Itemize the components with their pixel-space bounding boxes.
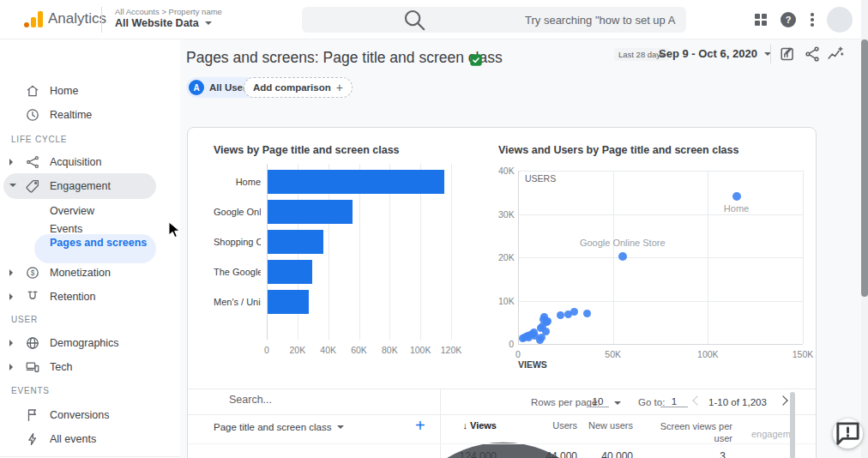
bar-chart: 020K40K60K80K100K120KHomeGoogle Online .…: [214, 164, 471, 363]
column-header-label: Views: [470, 420, 497, 431]
x-axis-caption: VIEWS: [518, 359, 547, 370]
scatter-point[interactable]: [557, 311, 564, 319]
column-header-screen-views-per-user[interactable]: Screen views per user: [655, 420, 732, 444]
user-avatar[interactable]: [827, 7, 853, 33]
sidebar-item-all-events[interactable]: All events: [0, 427, 180, 451]
divider: [101, 7, 102, 33]
share-icon[interactable]: [803, 45, 822, 63]
feedback-button[interactable]: [833, 419, 863, 449]
divider: [770, 45, 771, 63]
sidebar-item-label: Retention: [50, 291, 96, 303]
breadcrumb: All Accounts > Property name: [115, 7, 222, 16]
gridline: [803, 171, 804, 344]
column-header-new-users[interactable]: New users: [556, 420, 633, 431]
help-icon[interactable]: ?: [781, 12, 796, 27]
gridline: [613, 171, 614, 344]
column-header-engagement-partial[interactable]: engagem: [751, 429, 811, 439]
table-scrollbar[interactable]: [790, 392, 795, 458]
gridline: [518, 171, 803, 172]
sort-descending-icon: ↓: [463, 420, 468, 431]
y-tick-label: 10K: [498, 296, 514, 306]
engagement-icon: [25, 178, 40, 194]
more-vert-icon[interactable]: [808, 12, 817, 27]
x-tick-label: 120K: [438, 345, 464, 355]
expand-caret-icon[interactable]: [9, 269, 13, 276]
bar-chart-title: Views by Page title and screen class: [214, 144, 400, 156]
sidebar-item-conversions[interactable]: Conversions: [0, 403, 180, 427]
sidebar-item-label: All events: [50, 433, 96, 445]
rows-per-page-select[interactable]: 10: [587, 396, 609, 407]
go-to-input[interactable]: 1: [660, 396, 688, 407]
divider: [188, 443, 816, 444]
scatter-point[interactable]: [570, 308, 578, 316]
y-tick-label: 40K: [498, 166, 514, 176]
cell-new-users: 40,000: [556, 450, 633, 458]
edit-chart-icon[interactable]: [779, 45, 798, 63]
chevron-down-icon[interactable]: [614, 401, 621, 405]
sidebar-item-engagement[interactable]: Engagement: [0, 174, 180, 198]
y-axis-caption: USERS: [525, 173, 556, 184]
search-icon: [312, 7, 516, 33]
sidebar-section-user: USER: [11, 315, 38, 324]
bar[interactable]: [268, 260, 312, 284]
divider: [188, 389, 816, 389]
x-tick-label: 20K: [285, 345, 310, 355]
scatter-point[interactable]: [583, 310, 591, 317]
browser-scrollbar-thumb[interactable]: [861, 39, 868, 297]
sidebar-item-tech[interactable]: Tech: [0, 355, 180, 379]
scatter-point[interactable]: [542, 328, 550, 335]
date-range-label: Sep 9 - Oct 6, 2020: [659, 47, 757, 60]
x-tick-label: 100K: [407, 345, 433, 355]
expand-caret-icon[interactable]: [9, 293, 13, 300]
bar[interactable]: [268, 170, 444, 194]
sidebar-item-pages-and-screens[interactable]: Pages and screens: [50, 237, 118, 250]
x-tick-label: 150K: [789, 349, 817, 359]
sidebar-item-monetization[interactable]: $ Monetization: [0, 261, 180, 285]
data-quality-icon[interactable]: [468, 52, 484, 68]
expand-caret-icon[interactable]: [9, 159, 13, 166]
plus-icon: +: [336, 81, 343, 94]
y-tick-label: 30K: [498, 209, 514, 220]
x-tick-label: 40K: [316, 345, 341, 355]
gridline: [518, 344, 803, 345]
sidebar-item-realtime[interactable]: Realtime: [0, 103, 180, 127]
scatter-point[interactable]: [618, 252, 627, 261]
sidebar-item-events[interactable]: Events: [50, 223, 82, 235]
sidebar-navigation: Home Realtime LIFE CYCLE Acquisition Eng…: [0, 39, 180, 458]
gridline: [518, 257, 803, 258]
apps-grid-icon[interactable]: [755, 14, 767, 26]
bar[interactable]: [268, 290, 309, 314]
global-search-input[interactable]: [525, 14, 676, 27]
report-card: Views by Page title and screen class 020…: [187, 127, 817, 458]
gridline: [451, 164, 452, 340]
sidebar-item-overview[interactable]: Overview: [50, 205, 94, 217]
collapse-caret-icon[interactable]: [9, 184, 16, 187]
sidebar-item-demographics[interactable]: Demographics: [0, 331, 180, 355]
add-comparison-button[interactable]: Add comparison +: [244, 77, 353, 98]
bar[interactable]: [268, 200, 353, 224]
expand-caret-icon[interactable]: [9, 340, 13, 347]
mouse-cursor: [168, 221, 180, 238]
global-search[interactable]: [302, 7, 686, 33]
chevron-down-icon: [337, 425, 344, 429]
svg-text:$: $: [31, 269, 35, 277]
expand-caret-icon[interactable]: [9, 364, 13, 371]
bar[interactable]: [268, 230, 323, 254]
x-tick-label: 0: [504, 349, 532, 359]
date-range-selector[interactable]: Sep 9 - Oct 6, 2020: [659, 47, 771, 60]
bar-category-label: Men's / Unise...: [214, 290, 261, 314]
sidebar-item-home[interactable]: Home: [0, 79, 180, 103]
dimension-header-dropdown[interactable]: Page title and screen class: [214, 422, 344, 432]
scatter-point[interactable]: [732, 192, 741, 201]
help-glyph: ?: [786, 15, 792, 25]
clock-icon: [25, 107, 40, 123]
retention-icon: [25, 289, 40, 304]
sidebar-item-retention[interactable]: Retention: [0, 285, 180, 309]
y-tick-label: 20K: [498, 252, 514, 262]
table-search-input[interactable]: [229, 394, 401, 406]
insights-icon[interactable]: [826, 45, 845, 63]
column-header-views[interactable]: ↓ Views: [416, 420, 497, 431]
property-selector[interactable]: All Website Data: [115, 17, 212, 29]
scatter-point[interactable]: [544, 317, 552, 325]
sidebar-item-acquisition[interactable]: Acquisition: [0, 150, 180, 174]
